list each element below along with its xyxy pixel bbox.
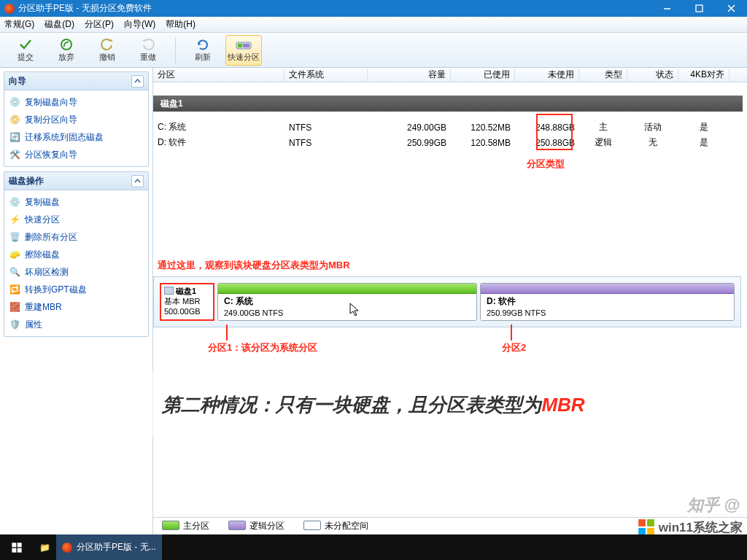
wizard-copy-disk[interactable]: 💿复制磁盘向导 [6, 93, 147, 111]
op-erase-disk[interactable]: 🧽擦除磁盘 [6, 246, 147, 263]
disk-group-header[interactable]: 磁盘1 [153, 96, 743, 112]
op-delete-all[interactable]: 🗑️删除所有分区 [6, 228, 147, 246]
svg-rect-14 [12, 548, 16, 552]
content-area: 分区 文件系统 容量 已使用 未使用 类型 状态 4KB对齐 磁盘1 C: 系统… [153, 68, 747, 534]
minimize-button[interactable] [651, 0, 683, 17]
quick-partition-button[interactable]: 快速分区 [225, 35, 262, 66]
undo-icon [100, 37, 115, 52]
annotation-banner: 第二种情况：只有一块硬盘，且分区表类型为MBR [0, 372, 747, 438]
op-quick-partition[interactable]: ⚡快速分区 [6, 211, 147, 228]
redo-icon [141, 37, 155, 52]
refresh-icon [196, 37, 210, 52]
col-fs[interactable]: 文件系统 [285, 69, 368, 81]
disk-copy-icon: 💿 [9, 96, 20, 108]
svg-rect-6 [238, 44, 242, 47]
erase-icon: 🧽 [9, 249, 20, 260]
copy-disk-icon: 💿 [9, 196, 20, 208]
col-partition[interactable]: 分区 [153, 69, 285, 81]
convert-icon: 🔁 [9, 284, 20, 295]
annotation-arrow-2 [511, 324, 512, 341]
col-type[interactable]: 类型 [579, 69, 627, 81]
annotation-p2: 分区2 [502, 341, 526, 354]
svg-rect-15 [18, 548, 22, 552]
commit-button[interactable]: 提交 [7, 35, 44, 66]
disk-icon [164, 287, 174, 295]
menu-bar: 常规(G) 磁盘(D) 分区(P) 向导(W) 帮助(H) [0, 17, 747, 33]
close-button[interactable] [715, 0, 747, 17]
op-properties[interactable]: 🛡️属性 [6, 316, 147, 333]
menu-help[interactable]: 帮助(H) [166, 18, 196, 31]
wizard-panel: 向导 💿复制磁盘向导 📀复制分区向导 🔄迁移系统到固态磁盘 🛠️分区恢复向导 [4, 71, 149, 167]
partition-block-c[interactable]: C: 系统249.00GB NTFS [217, 283, 477, 321]
app-icon [4, 4, 15, 14]
svg-rect-7 [243, 44, 249, 47]
folder-icon: 📁 [39, 542, 50, 553]
partition-copy-icon: 📀 [9, 114, 20, 125]
maximize-button[interactable] [683, 0, 715, 17]
svg-rect-12 [12, 542, 16, 547]
delete-icon: 🗑️ [9, 231, 20, 243]
annotation-p1: 分区1：该分区为系统分区 [208, 341, 317, 354]
left-sidebar: 向导 💿复制磁盘向导 📀复制分区向导 🔄迁移系统到固态磁盘 🛠️分区恢复向导 磁… [0, 68, 153, 534]
svg-rect-8 [638, 519, 646, 526]
wizard-copy-partition[interactable]: 📀复制分区向导 [6, 111, 147, 128]
col-capacity[interactable]: 容量 [368, 69, 451, 81]
col-align[interactable]: 4KB对齐 [678, 69, 729, 81]
cursor-icon [349, 303, 361, 320]
chevron-up-icon[interactable] [131, 175, 144, 187]
svg-rect-1 [696, 5, 703, 12]
scan-icon: 🔍 [9, 266, 20, 278]
disk-ops-panel: 磁盘操作 💿复制磁盘 ⚡快速分区 🗑️删除所有分区 🧽擦除磁盘 🔍坏扇区检测 🔁… [4, 171, 149, 337]
migrate-icon: 🔄 [9, 131, 20, 143]
annotation-arrow-1 [226, 324, 228, 341]
wizard-panel-header[interactable]: 向导 [4, 72, 148, 90]
check-icon [18, 37, 33, 52]
taskbar-app[interactable]: 分区助手PE版 - 无... [56, 534, 162, 560]
op-convert-gpt[interactable]: 🔁转换到GPT磁盘 [6, 281, 147, 298]
properties-icon: 🛡️ [9, 319, 20, 330]
refresh-button[interactable]: 刷新 [185, 35, 221, 66]
rebuild-icon: 🧱 [9, 301, 20, 313]
legend-primary: 主分区 [162, 520, 209, 532]
wizard-recover-partition[interactable]: 🛠️分区恢复向导 [6, 146, 147, 163]
annotation-type-box [536, 114, 573, 150]
quick-partition-icon [236, 37, 252, 52]
quick-icon: ⚡ [9, 214, 20, 225]
svg-rect-9 [647, 519, 654, 526]
chevron-up-icon[interactable] [131, 75, 144, 88]
window-title: 分区助手PE版 - 无损分区免费软件 [18, 2, 152, 15]
start-button[interactable] [0, 534, 34, 560]
menu-disk[interactable]: 磁盘(D) [44, 18, 74, 31]
taskbar: 📁 分区助手PE版 - 无... [0, 534, 747, 560]
recover-icon: 🛠️ [9, 149, 20, 160]
table-row[interactable]: C: 系统 NTFS 249.00GB 120.52MB 248.88GB 主 … [153, 119, 747, 134]
menu-general[interactable]: 常规(G) [4, 18, 34, 31]
op-copy-disk[interactable]: 💿复制磁盘 [6, 193, 147, 211]
svg-point-4 [61, 39, 71, 50]
disk-map: 磁盘1 基本 MBR 500.00GB C: 系统249.00GB NTFS D… [153, 276, 741, 327]
legend-unalloc: 未分配空间 [303, 520, 368, 532]
disk-brick[interactable]: 磁盘1 基本 MBR 500.00GB [160, 283, 214, 321]
annotation-type-label: 分区类型 [527, 158, 565, 171]
table-row[interactable]: D: 软件 NTFS 250.99GB 120.58MB 250.88GB 逻辑… [153, 134, 747, 149]
menu-wizard[interactable]: 向导(W) [124, 18, 155, 31]
undo-button[interactable]: 撤销 [89, 35, 125, 66]
redo-button[interactable]: 重做 [130, 35, 166, 66]
watermark-zhihu: 知乎 @ [687, 494, 740, 516]
discard-button[interactable]: 放弃 [48, 35, 85, 66]
op-rebuild-mbr[interactable]: 🧱重建MBR [6, 298, 147, 316]
op-bad-sector[interactable]: 🔍坏扇区检测 [6, 263, 147, 281]
col-status[interactable]: 状态 [627, 69, 678, 81]
menu-partition[interactable]: 分区(P) [85, 18, 114, 31]
table-header: 分区 文件系统 容量 已使用 未使用 类型 状态 4KB对齐 [153, 68, 747, 82]
toolbar: 提交 放弃 撤销 重做 刷新 快速分区 [0, 33, 747, 68]
legend-logical: 逻辑分区 [228, 520, 285, 532]
disk-ops-header[interactable]: 磁盘操作 [4, 172, 148, 190]
taskbar-explorer[interactable]: 📁 [34, 534, 56, 560]
app-icon [62, 542, 72, 553]
partition-block-d[interactable]: D: 软件250.99GB NTFS [480, 283, 735, 321]
col-used[interactable]: 已使用 [451, 69, 515, 81]
wizard-migrate-ssd[interactable]: 🔄迁移系统到固态磁盘 [6, 128, 147, 146]
col-free[interactable]: 未使用 [515, 69, 579, 81]
svg-rect-13 [18, 542, 22, 547]
